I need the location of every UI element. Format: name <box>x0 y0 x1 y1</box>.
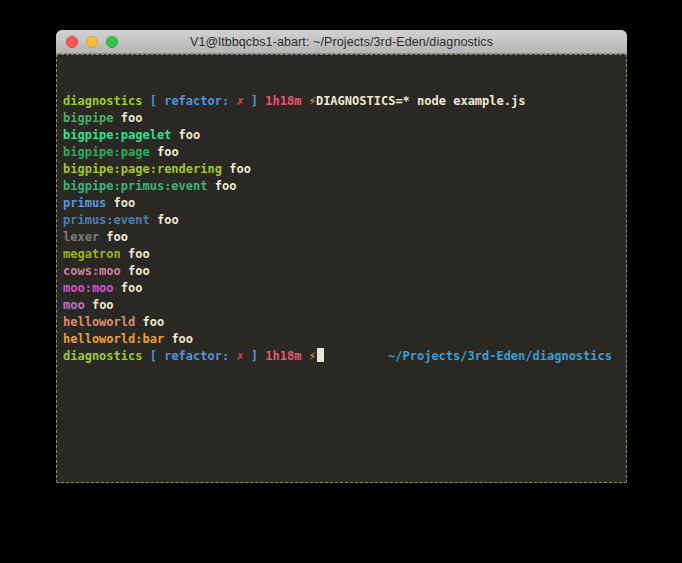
title-bar[interactable]: V1@ltbbqcbs1-abart: ~/Projects/3rd-Eden/… <box>56 30 627 54</box>
terminal-text-segment: moo:moo <box>63 281 114 295</box>
terminal-text-segment: foo <box>171 128 200 142</box>
terminal-text-segment: cows:moo <box>63 264 121 278</box>
traffic-lights <box>66 30 118 53</box>
minimize-button[interactable] <box>86 36 98 48</box>
terminal-line: cows:moo foo <box>63 263 620 280</box>
terminal-text-segment: ] <box>244 349 266 363</box>
terminal-text-segment: foo <box>121 247 150 261</box>
terminal-text-segment: megatron <box>63 247 121 261</box>
terminal-text-segment: [ refactor: <box>142 349 236 363</box>
terminal-text-segment: [ refactor: <box>142 94 236 108</box>
terminal-text-segment: bigpipe:pagelet <box>63 128 171 142</box>
terminal-text-segment: ] <box>244 94 266 108</box>
terminal-text-segment: foo <box>121 264 150 278</box>
terminal-line: bigpipe foo <box>63 110 620 127</box>
terminal-text-segment: ⚡ <box>309 349 316 363</box>
terminal-window: V1@ltbbqcbs1-abart: ~/Projects/3rd-Eden/… <box>56 30 627 483</box>
terminal-lines: diagnostics [ refactor: ✗ ] 1h18m ⚡DIAGN… <box>63 93 620 365</box>
terminal-text-segment: ⚡ <box>309 94 316 108</box>
terminal-text-segment: 1h18m <box>265 94 301 108</box>
terminal-line: primus:event foo <box>63 212 620 229</box>
terminal-text-segment: bigpipe:page <box>63 145 150 159</box>
terminal-text-segment: foo <box>85 298 114 312</box>
terminal-line: bigpipe:page:rendering foo <box>63 161 620 178</box>
terminal-text-segment: foo <box>164 332 193 346</box>
terminal-text-segment: DIAGNOSTICS=* node example.js <box>316 94 526 108</box>
terminal-text-segment: foo <box>99 230 128 244</box>
terminal-text-segment: moo <box>63 298 85 312</box>
terminal-text-segment: primus:event <box>63 213 150 227</box>
terminal-line: moo:moo foo <box>63 280 620 297</box>
close-button[interactable] <box>66 36 78 48</box>
terminal-line: helloworld foo <box>63 314 620 331</box>
terminal-text-segment: primus <box>63 196 106 210</box>
terminal-text-segment: lexer <box>63 230 99 244</box>
window-title: V1@ltbbqcbs1-abart: ~/Projects/3rd-Eden/… <box>190 35 493 49</box>
terminal-text-segment: bigpipe:primus:event <box>63 179 208 193</box>
terminal-text-segment: foo <box>208 179 237 193</box>
terminal-line: helloworld:bar foo <box>63 331 620 348</box>
terminal-text-segment: ✗ <box>236 349 243 363</box>
terminal-text-segment: foo <box>114 111 143 125</box>
terminal-cursor <box>317 348 324 362</box>
terminal-text-segment: foo <box>150 213 179 227</box>
terminal-content[interactable]: diagnostics [ refactor: ✗ ] 1h18m ⚡DIAGN… <box>56 54 627 483</box>
terminal-text-segment: foo <box>135 315 164 329</box>
terminal-line: primus foo <box>63 195 620 212</box>
terminal-text-segment: helloworld:bar <box>63 332 164 346</box>
terminal-text-segment: 1h18m <box>265 349 301 363</box>
maximize-button[interactable] <box>106 36 118 48</box>
terminal-text-segment: bigpipe:page:rendering <box>63 162 222 176</box>
terminal-text-segment: foo <box>106 196 135 210</box>
terminal-text-segment: foo <box>114 281 143 295</box>
terminal-text-segment: diagnostics <box>63 94 142 108</box>
terminal-text-segment: ✗ <box>236 94 243 108</box>
terminal-line: moo foo <box>63 297 620 314</box>
terminal-text-segment: foo <box>150 145 179 159</box>
terminal-line: bigpipe:page foo <box>63 144 620 161</box>
terminal-line: diagnostics [ refactor: ✗ ] 1h18m ⚡~/Pro… <box>63 348 620 365</box>
terminal-text-segment: diagnostics <box>63 349 142 363</box>
terminal-line: megatron foo <box>63 246 620 263</box>
terminal-text-segment: helloworld <box>63 315 135 329</box>
terminal-line: bigpipe:pagelet foo <box>63 127 620 144</box>
prompt-path: ~/Projects/3rd-Eden/diagnostics <box>388 348 620 365</box>
terminal-text-segment <box>301 349 308 363</box>
terminal-line: bigpipe:primus:event foo <box>63 178 620 195</box>
terminal-line: diagnostics [ refactor: ✗ ] 1h18m ⚡DIAGN… <box>63 93 620 110</box>
terminal-text-segment: foo <box>222 162 251 176</box>
terminal-text-segment <box>301 94 308 108</box>
terminal-text-segment: bigpipe <box>63 111 114 125</box>
terminal-line: lexer foo <box>63 229 620 246</box>
